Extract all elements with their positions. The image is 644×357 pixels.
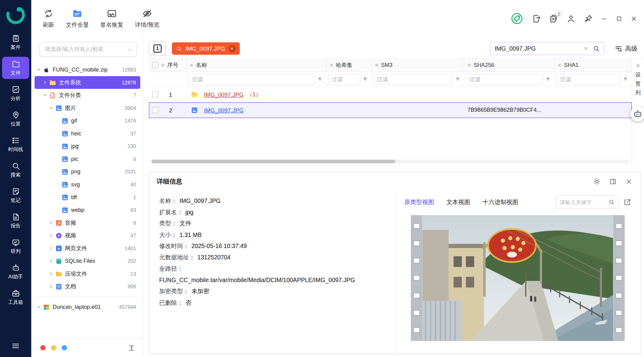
toolbar-button-详情/预览[interactable]: 详情/预览 (135, 8, 160, 29)
tree-node-tiff[interactable]: tiff1 (35, 191, 140, 204)
detail-close-icon[interactable] (625, 177, 633, 185)
search-icon[interactable] (608, 199, 615, 205)
tree-node-文件分类[interactable]: 文件分类7 (35, 89, 140, 102)
toolbar-button-刷新[interactable]: 刷新 (43, 8, 54, 29)
expander-right-icon[interactable] (48, 284, 54, 289)
ai-assistant-fab[interactable] (631, 107, 644, 121)
expander-down-icon[interactable] (48, 106, 54, 110)
open-external-icon[interactable] (623, 198, 631, 206)
nav-item-工具箱[interactable]: 工具箱 (2, 286, 29, 308)
nav-item-报告[interactable]: 报告 (2, 210, 29, 232)
tag-circle-button[interactable] (510, 12, 524, 26)
table-row-2[interactable]: 2IMG_0097.JPG7B9865B9E9862B79B0CF4... (149, 103, 632, 118)
clear-search-icon[interactable] (583, 45, 589, 52)
filter-input[interactable]: 过滤 (328, 74, 361, 85)
column-header-SHA256[interactable]: ≡SHA256 (464, 59, 555, 72)
export-button[interactable] (532, 14, 541, 23)
filter-funnel-icon[interactable] (362, 76, 368, 82)
view-tab-文本视图[interactable]: 文本视图 (446, 198, 470, 206)
toolbar-button-文件全显[interactable]: 文件全显 (66, 8, 89, 29)
nav-item-笔记[interactable]: 笔记 (2, 184, 29, 206)
filter-input[interactable]: 过滤 (556, 74, 620, 85)
tree-node-jpg[interactable]: jpg230 (35, 140, 140, 153)
nav-item-时间线[interactable]: 时间线 (2, 133, 29, 155)
scrollbar-thumb[interactable] (151, 160, 395, 163)
horizontal-scrollbar[interactable] (151, 160, 629, 163)
expander-right-icon[interactable] (41, 80, 48, 85)
tree-node-pic[interactable]: pic6 (35, 153, 140, 165)
expander-right-icon[interactable] (48, 233, 54, 238)
filter-input[interactable]: 过滤 (373, 74, 453, 85)
expander-right-icon[interactable] (48, 259, 54, 263)
tree-node-音频[interactable]: 音频8 (35, 216, 140, 229)
file-link[interactable]: IMG_0097.JPG (204, 91, 244, 98)
status-dot-1[interactable] (40, 345, 45, 350)
column-header-SHA1[interactable]: ≡SHA1 (555, 59, 632, 72)
tree-node-视频[interactable]: 视频47 (35, 229, 140, 242)
tree-node-png[interactable]: png2031 (35, 165, 140, 178)
expander-down-icon[interactable] (35, 68, 42, 72)
maximize-button[interactable] (615, 15, 623, 22)
tree-node-文件系统[interactable]: 文件系统12876 (35, 76, 140, 89)
results-tab[interactable]: 1 (149, 41, 166, 56)
pin-button[interactable] (584, 14, 593, 23)
chip-close-icon[interactable]: ✕ (229, 45, 236, 52)
advanced-search-button[interactable]: 高级 (614, 45, 637, 53)
expander-down-icon[interactable] (41, 93, 48, 98)
tree-node-SQLite Files[interactable]: SQLite Files202 (35, 254, 140, 267)
nav-item-案件[interactable]: 案件 (2, 31, 29, 53)
tree-node-文档[interactable]: 文档906 (35, 280, 140, 293)
holder-select-input[interactable]: 请选择/输入持有人/检索 (40, 42, 137, 57)
column-header-SM3[interactable]: ≡SM3 (372, 59, 465, 72)
nav-item-位置[interactable]: 位置 (2, 108, 29, 130)
expander-right-icon[interactable] (48, 246, 54, 250)
search-term-chip[interactable]: IMG_0097.JPG ✕ (172, 42, 239, 55)
tree-node-FUNG_CC_mobile.zip[interactable]: FUNG_CC_mobile.zip12883 (35, 63, 140, 76)
filter-funnel-icon[interactable] (317, 76, 323, 82)
filter-input[interactable]: 过滤 (466, 74, 543, 85)
nav-item-搜索[interactable]: 搜索 (2, 159, 29, 181)
file-link[interactable]: IMG_0097.JPG (204, 107, 244, 113)
view-tab-十六进制视图[interactable]: 十六进制视图 (483, 198, 519, 206)
minimize-button[interactable] (601, 15, 608, 22)
settings-gear-icon[interactable] (593, 177, 601, 185)
filter-input[interactable]: 过滤 (188, 74, 315, 85)
expander-right-icon[interactable] (48, 220, 54, 225)
nav-item-分析[interactable]: 分析 (2, 82, 29, 104)
view-tab-原类型视图[interactable]: 原类型视图 (404, 198, 434, 206)
table-row-1[interactable]: 1IMG_0097.JPG（1） (149, 87, 632, 103)
filter-funnel-icon[interactable] (623, 76, 628, 82)
toolbar-button-签名恢复[interactable]: 签名恢复 (100, 8, 123, 29)
select-all-checkbox[interactable] (152, 62, 158, 68)
tree-node-网页文件[interactable]: e网页文件1401 (35, 242, 140, 255)
search-submit-icon[interactable] (592, 45, 600, 52)
row-checkbox[interactable] (152, 107, 158, 113)
column-header-哈希集[interactable]: ≡哈希集 (326, 59, 372, 72)
tree-node-图片[interactable]: 图片3904 (35, 102, 140, 114)
panel-layout-icon[interactable] (609, 177, 617, 185)
column-header-序号[interactable]: ≡序号 (149, 59, 187, 72)
tree-node-heic[interactable]: heic37 (35, 127, 140, 140)
collapse-tree-icon[interactable] (128, 344, 135, 351)
tree-node-gif[interactable]: gif1476 (35, 114, 140, 127)
filter-funnel-icon[interactable] (545, 76, 551, 82)
menu-icon[interactable] (11, 341, 20, 350)
tree-node-Duncan_laptop.e01[interactable]: Duncan_laptop.e01457944 (35, 301, 140, 313)
filter-funnel-icon[interactable] (455, 76, 461, 82)
tree-node-webp[interactable]: webp83 (35, 204, 140, 216)
expander-right-icon[interactable] (48, 271, 54, 276)
preview-search-input[interactable] (560, 199, 606, 205)
close-button[interactable] (631, 15, 638, 22)
nav-item-文件[interactable]: 文件 (2, 57, 29, 79)
search-input[interactable] (495, 45, 579, 52)
row-checkbox[interactable] (152, 91, 158, 97)
user-button[interactable] (566, 14, 576, 23)
status-dot-2[interactable] (51, 345, 56, 350)
tasks-button[interactable]: 2 (549, 14, 558, 23)
tree-node-svg[interactable]: svg40 (35, 178, 140, 191)
nav-item-研判[interactable]: 研判 (2, 235, 29, 257)
expander-down-icon[interactable] (35, 305, 42, 309)
column-header-名称[interactable]: ≡名称 (187, 59, 326, 72)
status-dot-3[interactable] (62, 345, 67, 350)
tree-node-压缩文件[interactable]: 压缩文件13 (35, 267, 140, 280)
